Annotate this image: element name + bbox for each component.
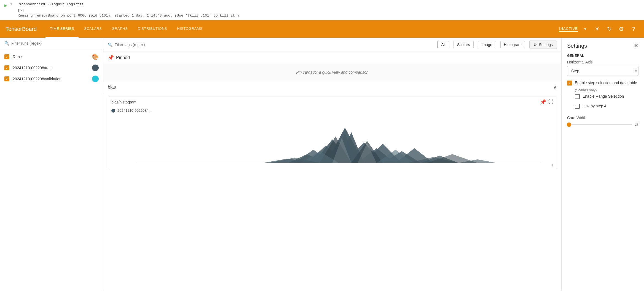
link-by-step-label: Link by step 4 [583,103,606,109]
card-run-dot [111,109,115,113]
enable-range-row: Enable Range Selection [575,94,638,99]
nav-right: INACTIVE ▾ ☀ ↻ ⚙ ? [559,24,638,34]
filter-tags-input[interactable] [115,42,433,47]
filter-tags-area: 🔍 [108,42,433,47]
nav-item-histograms[interactable]: HISTOGRAMS [173,20,207,38]
indent-options-group: Enable Range Selection Link by step 4 [575,94,638,111]
pinned-header: 📌 Pinned [103,52,561,63]
card-width-section: Card Width ↺ [567,116,638,128]
link-by-step-row: Link by step 4 [575,103,638,109]
filter-runs-input[interactable] [11,41,99,46]
card-actions: 📌 ⛶ [540,99,553,105]
nav-items: TIME SERIES SCALARS GRAPHS DISTRIBUTIONS… [45,20,559,38]
run-item-validation[interactable]: 20241210-092208/validation [0,73,103,84]
nav-item-scalars[interactable]: SCALARS [80,20,106,38]
chart-area: 1 [108,114,557,169]
cell-code: %tensorboard --logdir logs/fit [19,2,84,6]
nav-item-distributions[interactable]: DISTRIBUTIONS [133,20,171,38]
tag-btn-histogram[interactable]: Histogram [500,41,525,48]
tag-btn-image[interactable]: Image [478,41,496,48]
pinned-section: 📌 Pinned Pin cards for a quick view and … [103,52,561,81]
cell-number: 1 [10,2,16,6]
run-list-header: Run ↑ 🎨 [0,51,103,62]
navbar: TensorBoard TIME SERIES SCALARS GRAPHS D… [0,20,644,38]
pinned-empty-message: Pin cards for a quick view and compariso… [103,63,561,81]
histogram-chart [111,116,553,169]
card-header: bias/histogram 📌 ⛶ [108,97,557,107]
bias-section-title: bias [108,85,116,90]
filter-tags-search-icon: 🔍 [108,42,112,47]
settings-gear-icon: ⚙ [533,42,537,47]
card-width-slider[interactable] [567,124,632,125]
run-checkbox-validation[interactable] [4,76,9,81]
card-width-label: Card Width [567,116,638,120]
tag-btn-scalars[interactable]: Scalars [454,41,474,48]
dropdown-arrow-icon[interactable]: ▾ [580,24,590,34]
nav-item-graphs[interactable]: GRAPHS [107,20,132,38]
pin-card-button[interactable]: 📌 [540,99,546,105]
close-settings-button[interactable]: ✕ [634,42,638,49]
scalars-only-label: (Scalars only) [575,88,638,92]
card-width-slider-row: ↺ [567,122,638,128]
color-palette-icon[interactable]: 🎨 [92,54,99,60]
nav-item-time-series[interactable]: TIME SERIES [45,20,79,38]
enable-step-checkbox[interactable] [567,81,572,86]
enable-range-label: Enable Range Selection [583,94,624,99]
tag-btn-all[interactable]: All [438,41,449,48]
code-cell: ▶ 1 %tensorboard --logdir logs/fit [5] R… [0,0,644,20]
runs-list: Run ↑ 🎨 20241210-092208/train 20241210-0… [0,49,103,87]
help-icon[interactable]: ? [629,24,638,34]
cell-output-info: Reusing TensorBoard on port 6006 (pid 51… [18,14,640,18]
tb-logo: TensorBoard [6,26,37,32]
chart-axis-label: 1 [552,163,553,167]
horizontal-axis-select[interactable]: Step Relative Wall [567,66,638,76]
enable-step-label: Enable step selection and data table [575,80,637,86]
run-header-label: Run ↑ [13,55,88,59]
search-icon: 🔍 [4,41,9,46]
settings-icon[interactable]: ⚙ [616,24,626,34]
settings-panel-title: Settings [567,43,587,49]
run-checkbox-train[interactable] [4,65,9,70]
link-by-step-checkbox[interactable] [575,104,580,109]
collapse-bias-button[interactable]: ∧ [553,84,557,90]
bias-section-header: bias ∧ [103,81,561,93]
status-badge: INACTIVE [559,26,578,32]
slider-thumb [567,122,571,127]
settings-panel: Settings ✕ GENERAL Horizontal Axis Step … [561,38,644,291]
theme-icon[interactable]: ☀ [592,24,602,34]
pin-icon: 📌 [108,55,114,61]
select-all-checkbox[interactable] [4,54,9,59]
run-color-dot-train [92,65,99,71]
run-label-validation: 20241210-092208/validation [13,77,89,81]
card-title: bias/histogram [111,100,136,104]
card-run-text: 20241210-092208/... [117,108,151,113]
sidebar: 🔍 Run ↑ 🎨 20241210-092208/train 20241210… [0,38,103,291]
horizontal-axis-label: Horizontal Axis [567,60,638,64]
run-item-train[interactable]: 20241210-092208/train [0,62,103,73]
run-cell-button[interactable]: ▶ [4,3,7,8]
enable-step-row: Enable step selection and data table [567,80,638,86]
filter-bar: 🔍 All Scalars Image Histogram ⚙ Settings [103,38,561,52]
slider-reset-button[interactable]: ↺ [634,122,638,128]
settings-panel-header: Settings ✕ [567,42,638,49]
settings-checkboxes: Enable step selection and data table (Sc… [567,80,638,111]
run-color-dot-validation [92,76,99,82]
run-label-train: 20241210-092208/train [13,66,89,70]
sidebar-search-area: 🔍 [0,38,103,49]
cell-output-number: [5] [18,8,640,12]
settings-general-label: GENERAL [567,54,638,58]
fullscreen-button[interactable]: ⛶ [548,99,553,105]
settings-button[interactable]: ⚙ Settings [529,41,557,49]
settings-btn-label: Settings [539,42,553,47]
settings-general-section: GENERAL Horizontal Axis Step Relative Wa… [567,54,638,76]
refresh-icon[interactable]: ↻ [604,24,614,34]
pinned-title: Pinned [116,55,130,60]
card-run-label: 20241210-092208/... [108,107,557,114]
enable-range-checkbox[interactable] [575,94,580,99]
bias-histogram-card: bias/histogram 📌 ⛶ 20241210-092208/... [108,97,557,169]
content-area: 🔍 All Scalars Image Histogram ⚙ Settings… [103,38,561,291]
